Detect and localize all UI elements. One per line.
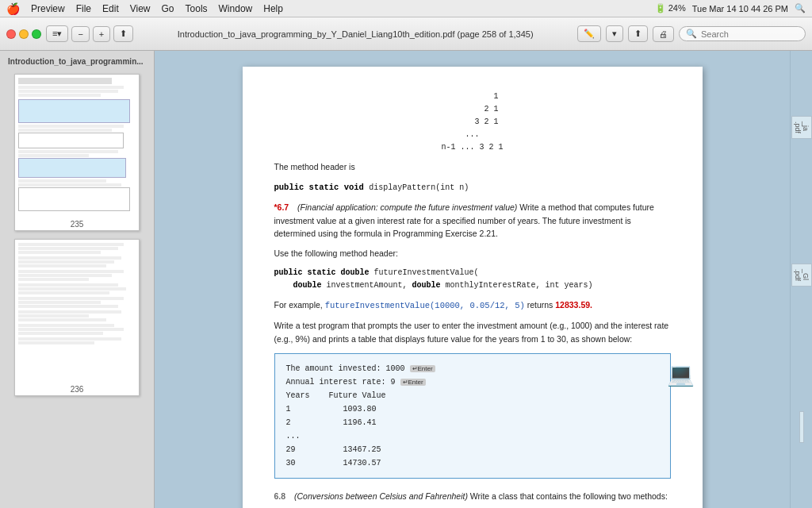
method-header-label: The method header is — [274, 160, 671, 174]
search-icon: 🔍 — [686, 29, 697, 39]
toolbar: ≡▾ − + ⬆ Introduction_to_java_programmin… — [0, 17, 812, 51]
sidebar-filename: Introduction_to_java_programmin... — [3, 57, 144, 66]
sidebar-toggle-button[interactable]: ≡▾ — [46, 25, 68, 42]
nav-group: ≡▾ − + ⬆ — [46, 25, 133, 42]
apple-menu[interactable]: 🍎 — [6, 2, 20, 15]
thumb-content-236 — [15, 240, 139, 383]
sidebar: Introduction_to_java_programmin... — [0, 51, 155, 508]
share-button[interactable]: ⬆ — [113, 25, 133, 42]
code-box-line8: 30 14730.57 — [286, 456, 659, 470]
returns-val: 12833.59. — [555, 300, 592, 310]
menu-preview[interactable]: Preview — [31, 3, 65, 14]
section-67-code: public static double futureInvestmentVal… — [274, 267, 671, 292]
search-menubar-icon[interactable]: 🔍 — [795, 3, 806, 13]
right-sidebar: _ja.pdf _Gl.pdf — [790, 51, 812, 508]
code-output-line5: n-1 ... 3 2 1 — [274, 141, 671, 154]
maximize-button[interactable] — [32, 29, 41, 39]
enter-badge-1: ↵Enter — [410, 365, 435, 372]
menu-go[interactable]: Go — [162, 3, 174, 14]
code-inline-example: futureInvestmentValue(10000, 0.05/12, 5) — [325, 301, 525, 310]
code-box-line6: ... — [286, 429, 659, 443]
right-tab-2[interactable]: _Gl.pdf — [791, 264, 812, 287]
code-box-line5: 2 1196.41 — [286, 416, 659, 429]
search-box[interactable]: 🔍 — [679, 26, 806, 41]
menu-edit[interactable]: Edit — [102, 3, 119, 14]
menu-window[interactable]: Window — [219, 3, 253, 14]
section-67-text3: For example, futureInvestmentValue(10000… — [274, 298, 671, 313]
section-68-title: (Conversions between Celsius and Fahrenh… — [294, 491, 468, 501]
print-button[interactable]: 🖨 — [653, 26, 674, 42]
window-controls — [6, 29, 41, 39]
right-tab-3[interactable] — [799, 411, 804, 443]
section-68: 6.8 (Conversions between Celsius and Fah… — [274, 490, 671, 503]
code-box-line3: Years Future Value — [286, 389, 659, 402]
code-output-line1: 1 — [274, 90, 671, 103]
enter-badge-2: ↵Enter — [400, 379, 426, 386]
search-input[interactable] — [701, 29, 796, 39]
page-thumb-235[interactable]: 235 — [14, 74, 140, 231]
close-button[interactable] — [6, 29, 16, 39]
menu-bar-right: 🔋 24% Tue Mar 14 10 44 26 PM 🔍 — [655, 3, 806, 13]
code-output-line2: 2 1 — [274, 103, 671, 116]
section-68-num: 6.8 — [274, 491, 286, 501]
section-67: *6.7 (Financial application: compute the… — [274, 201, 671, 241]
battery-icon: 🔋 24% — [655, 3, 686, 13]
section-67-text4: Write a test program that prompts the us… — [274, 319, 671, 346]
page-thumb-236[interactable]: 236 — [14, 239, 140, 396]
code-box-line4: 1 1093.80 — [286, 402, 659, 416]
section-67-num: *6.7 — [274, 202, 289, 212]
right-tab-1[interactable]: _ja.pdf — [791, 116, 812, 139]
section-67-text2: Use the following method header: — [274, 247, 671, 260]
code-output-line3: 3 2 1 — [274, 116, 671, 129]
menu-bar: 🍎 Preview File Edit View Go Tools Window… — [0, 0, 812, 17]
code-output-line4: ... — [274, 129, 671, 141]
code-output-section: 1 2 1 3 2 1 ... n-1 ... 3 2 1 — [274, 90, 671, 154]
main-area: Introduction_to_java_programmin... — [0, 51, 812, 508]
menu-help[interactable]: Help — [263, 3, 283, 14]
annotate-dropdown[interactable]: ▾ — [606, 25, 623, 42]
page-num-235: 235 — [15, 220, 139, 230]
zoom-in-button[interactable]: + — [93, 26, 110, 42]
method-header-code: public static void displayPattern(int n) — [274, 180, 671, 194]
datetime: Tue Mar 14 10 44 26 PM — [692, 4, 788, 13]
share2-button[interactable]: ⬆ — [628, 25, 648, 42]
document-area: 1 2 1 3 2 1 ... n-1 ... 3 2 1 The method… — [155, 51, 790, 508]
menu-tools[interactable]: Tools — [186, 3, 208, 14]
page-num-236: 236 — [15, 385, 139, 395]
code-box-line7: 29 13467.25 — [286, 443, 659, 456]
section-67-title: (Financial application: compute the futu… — [297, 202, 517, 212]
zoom-out-button[interactable]: − — [71, 26, 89, 42]
annotate-button[interactable]: ✏️ — [577, 25, 601, 42]
document-title: Introduction_to_java_programming_by_Y_Da… — [138, 29, 573, 39]
minimize-button[interactable] — [19, 29, 29, 39]
menu-file[interactable]: File — [76, 3, 91, 14]
menu-view[interactable]: View — [130, 3, 151, 14]
laptop-icon: 💻 — [667, 357, 695, 393]
section-68-text1: Write a class that contains the followin… — [470, 491, 668, 501]
thumb-content-235 — [15, 75, 139, 217]
code-box-container: 💻 The amount invested: 1000 ↵Enter Annua… — [274, 353, 671, 479]
code-box: The amount invested: 1000 ↵Enter Annual … — [274, 353, 671, 479]
page-content: 1 2 1 3 2 1 ... n-1 ... 3 2 1 The method… — [243, 67, 703, 508]
